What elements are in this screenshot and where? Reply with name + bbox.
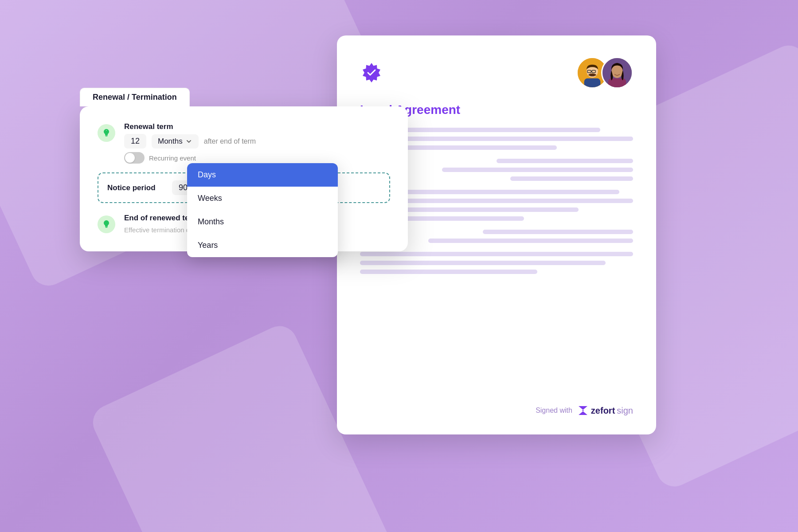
text-line <box>360 270 537 274</box>
bulb-icon <box>102 128 111 138</box>
svg-rect-14 <box>106 227 108 228</box>
legal-card-header <box>360 57 633 89</box>
svg-marker-9 <box>579 406 587 415</box>
bulb-icon-2 <box>102 219 111 229</box>
renewal-term-unit-dropdown[interactable]: Months <box>152 134 199 149</box>
text-line <box>442 168 633 172</box>
end-term-icon <box>98 215 115 233</box>
avatar-female <box>601 57 633 89</box>
dropdown-option-years[interactable]: Years <box>187 234 338 257</box>
text-line <box>497 159 633 163</box>
toggle-knob <box>125 153 135 163</box>
text-line <box>428 239 633 243</box>
svg-rect-11 <box>106 136 108 137</box>
renewal-term-label: Renewal term <box>124 122 390 131</box>
zefort-brand-text: zefort <box>591 406 615 416</box>
badge-icon <box>360 61 383 84</box>
zefort-sign-text: sign <box>617 406 633 416</box>
dropdown-option-days[interactable]: Days <box>187 163 338 187</box>
text-line <box>360 252 633 256</box>
signed-with-label: Signed with <box>536 407 572 415</box>
zefort-logo: zefort sign <box>577 404 633 417</box>
recurring-toggle[interactable] <box>124 152 145 164</box>
renewal-term-unit-label: Months <box>158 137 183 146</box>
text-line <box>360 261 606 265</box>
signed-with-footer: Signed with zefort sign <box>536 404 633 417</box>
renewal-term-content: Renewal term 12 Months after end of term <box>124 122 390 164</box>
svg-rect-13 <box>105 226 108 227</box>
dropdown-option-months[interactable]: Months <box>187 210 338 234</box>
notice-period-label: Notice period <box>107 184 165 192</box>
renewal-term-row: Renewal term 12 Months after end of term <box>98 122 390 164</box>
unit-dropdown-menu[interactable]: Days Weeks Months Years <box>187 163 338 257</box>
renewal-term-suffix: after end of term <box>204 137 256 145</box>
renewal-term-icon <box>98 124 115 142</box>
renewal-tab: Renewal / Termination <box>80 88 190 106</box>
avatars-group <box>576 57 633 89</box>
recurring-label: Recurring event <box>149 154 196 162</box>
renewal-term-controls: 12 Months after end of term <box>124 134 390 149</box>
chevron-down-icon <box>185 138 192 145</box>
svg-point-8 <box>611 65 623 78</box>
text-line <box>483 230 633 234</box>
zefort-z-icon <box>577 404 589 417</box>
dropdown-option-weeks[interactable]: Weeks <box>187 187 338 210</box>
recurring-toggle-row: Recurring event <box>124 152 390 164</box>
svg-rect-7 <box>608 78 626 87</box>
text-line <box>510 176 633 181</box>
svg-rect-10 <box>105 135 108 136</box>
svg-rect-1 <box>584 78 601 87</box>
renewal-term-value[interactable]: 12 <box>124 134 146 149</box>
